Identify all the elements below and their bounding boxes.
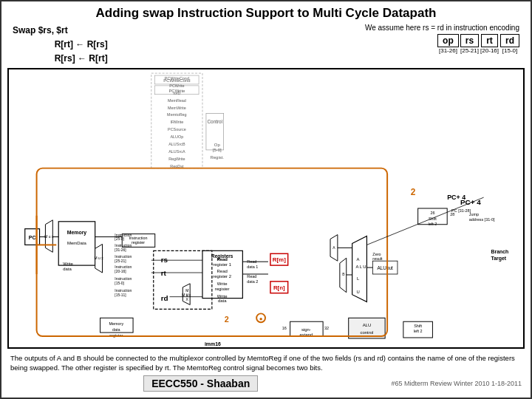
svg-text:2: 2 bbox=[225, 315, 229, 324]
svg-text:left 2: left 2 bbox=[414, 329, 423, 333]
svg-text:Registers: Registers bbox=[211, 253, 233, 259]
svg-text:[25-0]: [25-0] bbox=[115, 237, 124, 241]
svg-text:M
u
x: M u x bbox=[95, 256, 104, 260]
svg-text:ALUOp: ALUOp bbox=[170, 134, 183, 139]
svg-text:MemData: MemData bbox=[67, 241, 86, 245]
svg-text:A
L
U: A L U bbox=[355, 265, 366, 269]
main-title: Adding swap Instruction Support to Multi… bbox=[9, 6, 523, 21]
enc-rs: rs [25-21] bbox=[460, 34, 479, 54]
svg-text:U: U bbox=[185, 293, 188, 296]
svg-text:Memory: Memory bbox=[67, 229, 87, 235]
rt-box: rt bbox=[481, 34, 498, 47]
svg-text:[5-0]: [5-0] bbox=[213, 147, 222, 151]
title-area: Adding swap Instruction Support to Multi… bbox=[1, 1, 531, 22]
svg-text:ALU: ALU bbox=[363, 323, 372, 327]
svg-text:IorD: IorD bbox=[173, 90, 180, 95]
svg-text:rd: rd bbox=[161, 293, 168, 301]
svg-text:[31-26]: [31-26] bbox=[115, 248, 126, 252]
svg-text:ALUout: ALUout bbox=[377, 265, 393, 270]
svg-text:A: A bbox=[357, 257, 360, 262]
swap-rrs: R[rs] ← R[rt] bbox=[55, 53, 108, 64]
svg-rect-104 bbox=[349, 318, 385, 338]
swap-label: Swap $rs, $rt bbox=[13, 25, 68, 35]
svg-text:PC+ 4: PC+ 4 bbox=[460, 198, 481, 206]
svg-text:ALUSrcB: ALUSrcB bbox=[168, 142, 185, 146]
svg-text:register 2: register 2 bbox=[213, 273, 231, 278]
svg-text:RegWrite: RegWrite bbox=[168, 156, 185, 160]
svg-text:ALUSrcA: ALUSrcA bbox=[168, 149, 185, 153]
svg-text:rs: rs bbox=[161, 256, 168, 264]
svg-text:U: U bbox=[356, 289, 359, 293]
svg-text:[25-21]: [25-21] bbox=[115, 259, 126, 263]
svg-text:MemtoReg: MemtoReg bbox=[167, 112, 187, 117]
svg-text:address [31-0]: address [31-0] bbox=[469, 216, 495, 221]
svg-text:data 1: data 1 bbox=[247, 265, 258, 269]
svg-text:imm16: imm16 bbox=[205, 341, 221, 346]
diagram-svg: PCWriteCond PCWrite PCWriteCond PCWrite … bbox=[9, 69, 523, 347]
svg-text:PCWrite: PCWrite bbox=[169, 83, 184, 87]
bottom-bar: EECC550 - Shaaban #65 Midterm Review Win… bbox=[1, 374, 531, 393]
main-container: Adding swap Instruction Support to Multi… bbox=[0, 0, 532, 399]
svg-text:Branch: Branch bbox=[491, 249, 509, 254]
diagram-area: PCWriteCond PCWrite PCWriteCond PCWrite … bbox=[7, 68, 525, 349]
svg-text:Instruction: Instruction bbox=[129, 235, 147, 239]
svg-text:R[n]: R[n] bbox=[273, 284, 285, 290]
svg-text:Regist.: Regist. bbox=[211, 154, 225, 159]
footer-text: The outputs of A and B should be connect… bbox=[1, 350, 531, 375]
op-box: op bbox=[437, 34, 459, 47]
svg-text:PCSource: PCSource bbox=[168, 127, 186, 132]
svg-text:Instruction: Instruction bbox=[115, 288, 132, 292]
svg-text:Instruction: Instruction bbox=[115, 233, 132, 236]
svg-text:Write: Write bbox=[63, 262, 73, 266]
svg-text:Target: Target bbox=[491, 256, 507, 262]
svg-text:[15-0]: [15-0] bbox=[115, 281, 124, 284]
svg-text:result: result bbox=[372, 256, 383, 261]
svg-text:●: ● bbox=[259, 316, 263, 322]
svg-text:Memory: Memory bbox=[109, 321, 124, 326]
enc-rd: rd [15-0] bbox=[500, 34, 519, 54]
svg-text:Control: Control bbox=[207, 119, 222, 124]
svg-text:data: data bbox=[112, 327, 121, 332]
svg-text:Shift: Shift bbox=[414, 324, 422, 328]
svg-text:R[m]: R[m] bbox=[273, 256, 286, 263]
svg-text:register: register bbox=[132, 240, 145, 245]
assumption-text: We assume here rs = rd in instruction en… bbox=[365, 24, 519, 32]
right-header: We assume here rs = rd in instruction en… bbox=[365, 24, 519, 54]
enc-rt: rt [20-16] bbox=[480, 34, 499, 54]
svg-text:Write: Write bbox=[217, 281, 228, 285]
encoding-box-area: op [31-26] rs [25-21] rt [20-16] rd [15-… bbox=[365, 34, 519, 54]
svg-text:register: register bbox=[109, 333, 123, 338]
svg-text:26: 26 bbox=[430, 210, 434, 214]
svg-text:PCWriteCond: PCWriteCond bbox=[165, 76, 189, 81]
svg-text:PC: PC bbox=[29, 234, 36, 239]
svg-text:Read: Read bbox=[217, 269, 228, 273]
svg-text:left 2: left 2 bbox=[429, 221, 437, 225]
svg-text:MemWrite: MemWrite bbox=[168, 105, 186, 109]
svg-text:IRWrite: IRWrite bbox=[170, 120, 183, 124]
rs-bits: [25-21] bbox=[460, 47, 479, 54]
svg-text:[20-16]: [20-16] bbox=[115, 270, 126, 273]
subtitle-area: Swap $rs, $rt R[rt] ← R[rs] R[rs] ← R[rt… bbox=[1, 24, 531, 66]
svg-text:control: control bbox=[361, 330, 374, 335]
swap-rrt: R[rt] ← R[rs] bbox=[55, 39, 108, 50]
svg-text:Read: Read bbox=[247, 273, 256, 278]
rd-box: rd bbox=[500, 34, 519, 47]
svg-text:Instruction: Instruction bbox=[115, 276, 132, 280]
svg-text:register 1: register 1 bbox=[213, 262, 231, 267]
svg-text:M: M bbox=[185, 288, 188, 292]
swap-instructions: Swap $rs, $rt R[rt] ← R[rs] R[rs] ← R[rt… bbox=[13, 24, 108, 66]
rs-box: rs bbox=[460, 34, 479, 47]
enc-op: op [31-26] bbox=[437, 34, 459, 54]
svg-text:Op: Op bbox=[214, 143, 221, 147]
svg-text:data 2: data 2 bbox=[247, 279, 258, 283]
course-label: EECC550 - Shaaban bbox=[143, 375, 258, 392]
svg-text:rt: rt bbox=[161, 269, 167, 277]
svg-text:M
u
x: M u x bbox=[44, 234, 54, 238]
svg-text:2: 2 bbox=[411, 187, 416, 197]
svg-text:16: 16 bbox=[282, 326, 287, 330]
svg-text:Instruction: Instruction bbox=[115, 244, 132, 248]
svg-text:sign-: sign- bbox=[301, 327, 311, 332]
svg-text:Instruction: Instruction bbox=[115, 255, 132, 259]
rd-bits: [15-0] bbox=[502, 47, 517, 54]
op-bits: [31-26] bbox=[439, 47, 457, 54]
